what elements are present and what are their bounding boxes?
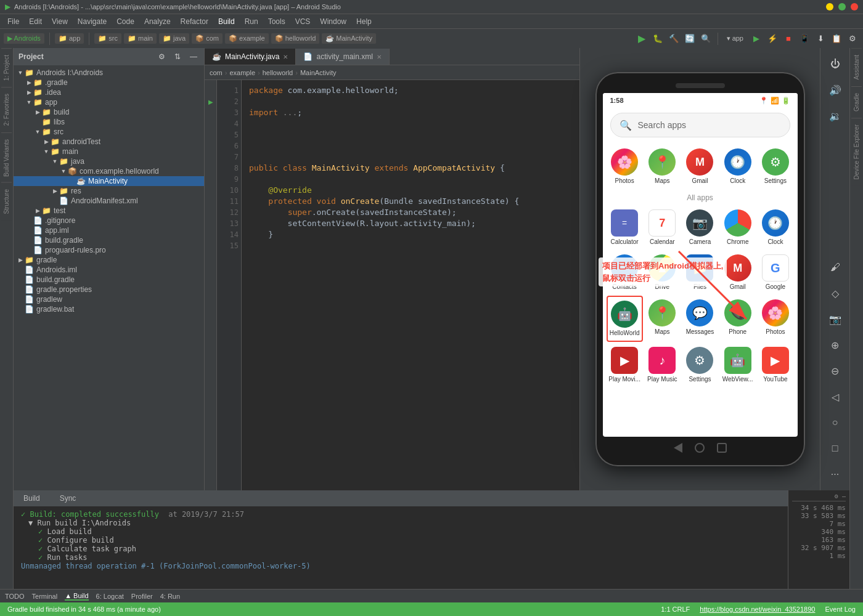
app-maps[interactable]: 📍 Maps	[644, 296, 681, 342]
event-log[interactable]: Event Log	[825, 606, 856, 613]
menu-navigate[interactable]: Navigate	[73, 16, 112, 27]
run-app-button[interactable]: ▶	[750, 32, 763, 46]
sidebar-sort-button[interactable]: ⇅	[172, 51, 183, 62]
menu-refactor[interactable]: Refactor	[176, 16, 213, 27]
tree-build[interactable]: ▶ 📁 build	[14, 107, 204, 117]
profile-button[interactable]: ⚡	[766, 32, 779, 46]
tree-buildgradle2[interactable]: 📄 build.gradle	[14, 275, 204, 285]
maximize-button[interactable]	[838, 3, 846, 10]
app-google[interactable]: G Google	[757, 251, 793, 294]
tree-appiml[interactable]: 📄 app.iml	[14, 225, 204, 235]
tree-idea[interactable]: ▶ 📁 .idea	[14, 87, 204, 97]
tree-gradle-dir[interactable]: ▶ 📁 gradle	[14, 255, 204, 265]
camera-right-button[interactable]: 📷	[824, 308, 846, 330]
app-settings[interactable]: ⚙ Settings	[682, 343, 718, 387]
assistant-tab[interactable]: Assistant	[851, 48, 862, 86]
volume-up-button[interactable]: 🔊	[824, 79, 846, 101]
app-webview[interactable]: 🤖 WebView...	[719, 343, 756, 387]
avd-button[interactable]: 📋	[830, 32, 843, 46]
app-clock[interactable]: 🕐 Clock	[757, 206, 793, 249]
paint-button[interactable]: 🖌	[824, 256, 846, 278]
src-toolbar-label[interactable]: 📁 src	[94, 33, 121, 44]
circle-nav-button[interactable]: ○	[824, 411, 846, 434]
url-link[interactable]: https://blog.csdn.net/weixin_43521890	[700, 606, 815, 613]
sdk-button[interactable]: ⬇	[814, 32, 827, 46]
tree-buildgradle1[interactable]: 📄 build.gradle	[14, 235, 204, 245]
profiler-tab[interactable]: Profiler	[131, 593, 153, 600]
app-config-label[interactable]: ▾ app	[723, 34, 747, 43]
tree-manifest[interactable]: 📄 AndroidManifest.xml	[14, 196, 204, 206]
search-button[interactable]: 🔍	[699, 32, 713, 46]
eraser-button[interactable]: ◇	[824, 282, 846, 304]
app-settings-top[interactable]: ⚙ Settings	[757, 145, 793, 188]
tree-gradleprops[interactable]: 📄 gradle.properties	[14, 285, 204, 294]
zoom-in-button[interactable]: ⊕	[824, 334, 846, 356]
app-photos[interactable]: 🌸 Photos	[757, 296, 793, 342]
main-toolbar-label[interactable]: 📁 main	[124, 33, 157, 44]
power-button[interactable]: ⏻	[824, 53, 846, 75]
search-bar[interactable]: 🔍 Search apps	[610, 113, 790, 137]
sync-tab[interactable]: Sync	[55, 493, 81, 504]
run-button[interactable]: ▶	[635, 32, 648, 46]
tab-mainactivity[interactable]: ☕ MainActivity.java ✕	[205, 49, 296, 65]
logcat-tab[interactable]: 6: Logcat	[96, 593, 124, 600]
tree-gradlew[interactable]: 📄 gradlew	[14, 294, 204, 304]
tree-root[interactable]: ▼ 📁 Androids I:\Androids	[14, 68, 204, 78]
app-photos-top[interactable]: 🌸 Photos	[607, 145, 643, 188]
java-toolbar-label[interactable]: 📁 java	[159, 33, 189, 44]
device-file-explorer-tab[interactable]: Device File Explorer	[851, 118, 862, 185]
run-gutter-icon[interactable]: ▶	[205, 96, 216, 107]
structure-tab[interactable]: Structure	[1, 182, 12, 221]
app-phone[interactable]: 📞 Phone	[719, 296, 756, 342]
menu-window[interactable]: Window	[315, 16, 351, 27]
zoom-out-button[interactable]: ⊖	[824, 360, 846, 382]
tree-java[interactable]: ▼ 📁 java	[14, 156, 204, 166]
app-toolbar-label[interactable]: 📁 app	[55, 33, 84, 44]
app-helloworld[interactable]: 🤖 HelloWorld	[607, 296, 643, 342]
app-camera[interactable]: 📷 Camera	[682, 206, 718, 249]
sidebar-collapse-button[interactable]: —	[188, 51, 199, 62]
app-playmovie[interactable]: ▶ Play Movi...	[607, 343, 643, 387]
app-playmusic[interactable]: ♪ Play Music	[644, 343, 681, 387]
build-bottom-tab[interactable]: ▲ Build	[65, 592, 88, 601]
tree-androidsiml[interactable]: 📄 Androids.iml	[14, 265, 204, 275]
tree-libs[interactable]: 📁 libs	[14, 117, 204, 127]
app-calculator[interactable]: = Calculator	[607, 206, 643, 249]
menu-code[interactable]: Code	[112, 16, 139, 27]
terminal-tab[interactable]: Terminal	[32, 593, 58, 600]
debug-button[interactable]: 🐛	[651, 32, 665, 46]
build-variants-tab[interactable]: Build Variants	[1, 132, 12, 183]
tab-activity-main[interactable]: 📄 activity_main.xml ✕	[296, 49, 389, 65]
home-button[interactable]	[695, 443, 705, 453]
todo-tab[interactable]: TODO	[5, 593, 25, 600]
code-content[interactable]: package com.example.helloworld; import .…	[242, 80, 579, 490]
app-youtube[interactable]: ▶ YouTube	[757, 343, 793, 387]
menu-help[interactable]: Help	[351, 16, 377, 27]
tree-res[interactable]: ▶ 📁 res	[14, 186, 204, 196]
tree-src[interactable]: ▼ 📁 src	[14, 127, 204, 137]
menu-build[interactable]: Build	[213, 16, 240, 27]
helloworld-toolbar-label[interactable]: 📦 helloworld	[271, 33, 320, 44]
tree-app[interactable]: ▼ 📁 app	[14, 97, 204, 107]
menu-run[interactable]: Run	[240, 16, 263, 27]
menu-file[interactable]: File	[2, 16, 24, 27]
back-button[interactable]	[674, 443, 682, 453]
tree-proguard[interactable]: 📄 proguard-rules.pro	[14, 245, 204, 255]
menu-analyze[interactable]: Analyze	[139, 16, 176, 27]
build-button[interactable]: 🔨	[667, 32, 681, 46]
example-toolbar-label[interactable]: 📦 example	[225, 33, 269, 44]
menu-view[interactable]: View	[47, 16, 73, 27]
gradle-side-tab[interactable]: Gradle	[851, 86, 862, 118]
back-nav-button[interactable]: ◁	[824, 386, 846, 408]
app-gmail-top[interactable]: M Gmail	[682, 145, 718, 188]
tree-gradlewbat[interactable]: 📄 gradlew.bat	[14, 304, 204, 314]
menu-vcs[interactable]: VCS	[290, 16, 316, 27]
volume-down-button[interactable]: 🔉	[824, 105, 846, 127]
tab-activity-main-close[interactable]: ✕	[377, 54, 382, 60]
device-manager-button[interactable]: 📱	[798, 32, 811, 46]
app-calendar[interactable]: 7 Calendar	[644, 206, 681, 249]
favorites-tab[interactable]: 2: Favorites	[1, 87, 12, 132]
tree-main[interactable]: ▼ 📁 main	[14, 147, 204, 156]
project-tab[interactable]: 1: Project	[1, 48, 12, 87]
close-button[interactable]	[851, 3, 858, 10]
